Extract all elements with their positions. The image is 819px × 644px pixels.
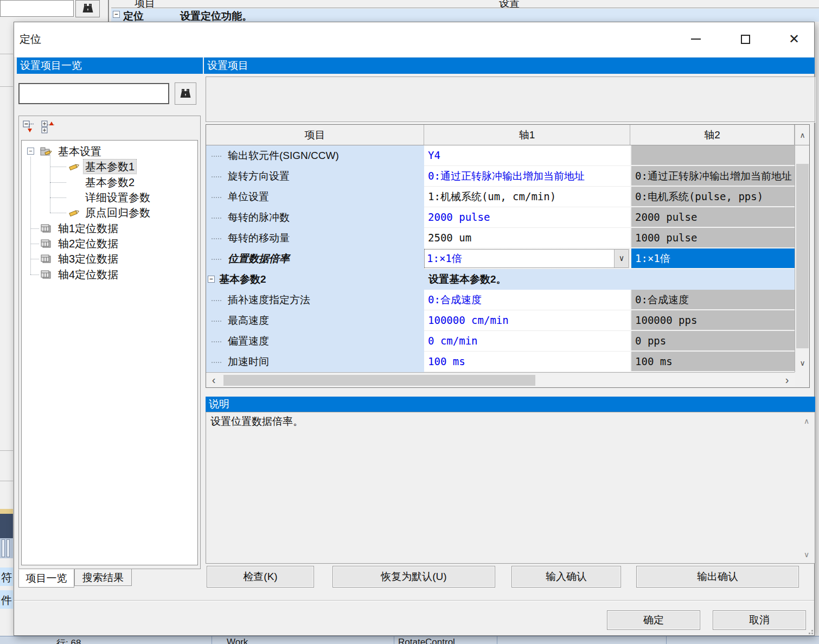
tree-item-axis1-data[interactable]: 轴1定位数据 — [22, 221, 120, 235]
binoculars-icon — [179, 88, 192, 100]
collapse-box-icon: − — [113, 11, 120, 18]
search-button[interactable] — [175, 82, 196, 105]
table-row: 插补速度指定方法 0:合成速度 0:合成速度 — [206, 290, 809, 310]
screen: 项目 设置 − 定位 设置定位功能。 符 件 行: 68 Work Rotate… — [0, 0, 819, 644]
tree-item-basic-settings[interactable]: − 基本设置 — [22, 144, 103, 158]
footer-separator — [14, 600, 814, 601]
tree-item-home-return-params[interactable]: 原点回归参数 — [22, 206, 152, 220]
background-panel-divider — [108, 0, 109, 22]
maximize-button[interactable] — [730, 28, 761, 50]
tab-search-results[interactable]: 搜索结果 — [74, 569, 132, 586]
axis1-value[interactable]: 0:合成速度 — [424, 290, 630, 310]
tree-item-detailed-params[interactable]: 详细设置参数 — [22, 190, 152, 205]
expand-all-button[interactable] — [41, 119, 56, 135]
pencil-icon — [67, 208, 81, 218]
data-table-icon — [40, 270, 52, 279]
binoculars-icon — [81, 3, 94, 15]
collapse-all-button[interactable] — [22, 119, 37, 135]
axis1-value[interactable]: 0 cm/min — [424, 331, 630, 352]
background-row-name: 定位 — [123, 9, 144, 22]
magnification-combobox[interactable]: 1:×1倍 ∨ — [424, 249, 629, 268]
data-table-icon — [40, 224, 52, 233]
chevron-down-icon[interactable]: ∨ — [614, 250, 629, 267]
table-row: 旋转方向设置 0:通过正转脉冲输出增加当前地址 0:通过正转脉冲输出增加当前地址 — [206, 166, 809, 187]
ok-button[interactable]: 确定 — [607, 610, 700, 630]
status-work: Work — [227, 637, 248, 644]
check-button[interactable]: 检查(K) — [207, 566, 314, 588]
setting-target-panel — [206, 76, 815, 122]
input-confirm-button[interactable]: 输入确认 — [511, 566, 621, 588]
background-left-divider — [0, 481, 13, 481]
close-button[interactable]: ✕ — [778, 28, 810, 50]
axis1-value[interactable]: 2000 pulse — [424, 207, 630, 228]
axis2-value[interactable]: 0:通过正转脉冲输出增加当前地址 — [630, 166, 795, 187]
tree-item-axis3-data[interactable]: 轴3定位数据 — [22, 252, 120, 266]
resize-grip[interactable] — [806, 627, 813, 634]
description-text: 设置位置数据倍率。 — [210, 415, 303, 429]
status-rotatecontrol: RotateControl — [398, 637, 455, 644]
collapse-box-icon[interactable]: − — [27, 148, 34, 155]
minimize-icon — [691, 39, 701, 40]
axis1-value[interactable]: 1:机械系统(um, cm/min) — [424, 187, 630, 207]
collapse-box-icon[interactable]: − — [208, 276, 215, 283]
table-row: 偏置速度 0 cm/min 0 pps — [206, 331, 809, 352]
axis1-value[interactable]: 100000 cm/min — [424, 310, 630, 331]
horizontal-scrollbar-thumb[interactable] — [223, 375, 535, 386]
search-input[interactable] — [18, 83, 169, 104]
tree-item-axis4-data[interactable]: 轴4定位数据 — [22, 267, 120, 282]
setting-item-list-panel: − 基本设置 — [18, 116, 201, 569]
maximize-icon — [741, 35, 750, 44]
background-status-bar: 行: 68 Work RotateControl — [0, 636, 819, 644]
scroll-right-icon[interactable]: › — [780, 373, 794, 388]
axis2-value[interactable]: 0:合成速度 — [630, 290, 795, 310]
tree-item-basic-param1[interactable]: 基本参数1 — [22, 160, 136, 174]
axis2-value-selected[interactable]: 1:×1倍 — [630, 248, 795, 269]
column-header-item: 项目 — [206, 125, 424, 145]
setting-item-tree: − 基本设置 — [21, 140, 198, 565]
vertical-scrollbar-thumb[interactable] — [796, 164, 809, 348]
background-search-field — [0, 0, 74, 17]
axis2-value[interactable]: 1000 pulse — [630, 228, 795, 248]
axis2-value[interactable]: 100000 pps — [630, 310, 795, 331]
scroll-down-icon[interactable]: ∨ — [795, 354, 810, 372]
dialog-title: 定位 — [20, 32, 41, 47]
axis2-value[interactable]: 0 pps — [630, 331, 795, 352]
background-row-description: 设置定位功能。 — [180, 9, 252, 22]
restore-default-button[interactable]: 恢复为默认(U) — [332, 566, 495, 588]
table-row: 加速时间 100 ms 100 ms — [206, 352, 809, 372]
column-header-axis1: 轴1 — [424, 125, 630, 145]
pencil-icon — [67, 162, 81, 171]
background-column-setting: 设置 — [499, 0, 520, 8]
background-left-divider — [0, 86, 13, 87]
minimize-button[interactable] — [680, 28, 712, 50]
description-scrollbar: ∧ ∨ — [800, 415, 813, 561]
scroll-left-icon[interactable]: ‹ — [207, 373, 220, 388]
scroll-down-icon[interactable]: ∨ — [800, 550, 813, 559]
tree-item-basic-param2[interactable]: 基本参数2 — [22, 175, 136, 189]
output-confirm-button[interactable]: 输出确认 — [636, 566, 799, 588]
scroll-up-icon[interactable]: ∧ — [795, 125, 810, 145]
axis2-value[interactable]: 2000 pulse — [630, 207, 795, 228]
axis1-value[interactable]: Y4 — [424, 145, 630, 166]
table-row: 最高速度 100000 cm/min 100000 pps — [206, 310, 809, 331]
axis1-value[interactable]: 0:通过正转脉冲输出增加当前地址 — [424, 166, 630, 187]
title-bar: 定位 ✕ — [14, 22, 814, 57]
axis1-value[interactable]: 2500 um — [424, 228, 630, 248]
background-column-item: 项目 — [135, 0, 155, 8]
settings-table: 项目 轴1 轴2 输出软元件(SIGN/CCW) Y4 旋转方向设置 0:通过正… — [206, 124, 810, 388]
axis1-value[interactable]: 100 ms — [424, 352, 630, 372]
horizontal-scrollbar: ‹ › — [206, 372, 795, 388]
cancel-button[interactable]: 取消 — [713, 610, 806, 630]
axis2-value[interactable]: 100 ms — [630, 352, 795, 372]
expand-all-icon — [41, 120, 55, 133]
tree-item-axis2-data[interactable]: 轴2定位数据 — [22, 237, 120, 251]
background-selected-row: − 定位 设置定位功能。 — [111, 9, 819, 22]
axis2-value[interactable]: 0:电机系统(pulse, pps) — [630, 187, 795, 207]
table-header-row: 项目 轴1 轴2 — [206, 125, 809, 145]
positioning-dialog: 定位 ✕ 设置项目一览 — [14, 22, 815, 636]
background-side-tab: 件 — [0, 590, 13, 609]
tab-item-list[interactable]: 项目一览 — [18, 569, 74, 588]
scroll-up-icon[interactable]: ∧ — [800, 417, 813, 425]
axis2-value[interactable] — [630, 145, 795, 166]
column-header-axis2: 轴2 — [630, 125, 795, 145]
